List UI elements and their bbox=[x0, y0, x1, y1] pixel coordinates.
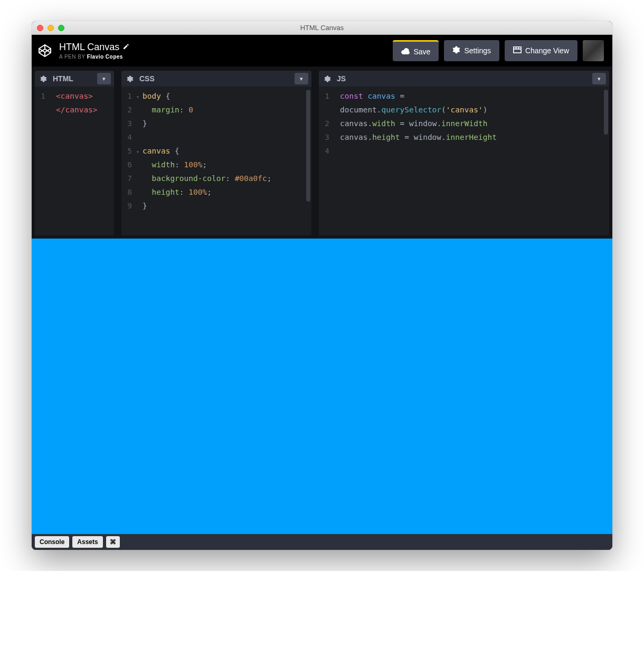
code-line[interactable]: 8 height: 100%; bbox=[121, 186, 311, 199]
line-number: 1 bbox=[319, 90, 334, 103]
window-title: HTML Canvas bbox=[32, 24, 612, 32]
code-text[interactable]: ▾canvas { bbox=[136, 145, 311, 158]
pen-info: HTML Canvas A PEN BY Flavio Copes bbox=[59, 42, 385, 60]
editors-row: HTML ▾ 1 <canvas> </canvas> CSS ▾ 1▾body… bbox=[32, 66, 612, 235]
code-line[interactable]: 2 canvas.width = window.innerWidth bbox=[319, 117, 609, 131]
code-text[interactable]: <canvas> bbox=[50, 90, 114, 103]
assets-button[interactable]: Assets bbox=[72, 536, 102, 548]
line-number: 7 bbox=[121, 172, 136, 186]
line-number: 2 bbox=[319, 117, 334, 131]
code-text[interactable]: width: 100%; bbox=[136, 158, 311, 172]
editor-html[interactable]: 1 <canvas> </canvas> bbox=[35, 87, 114, 235]
code-line[interactable]: </canvas> bbox=[35, 103, 114, 117]
shortcuts-button[interactable]: ⌘ bbox=[106, 536, 120, 548]
code-text[interactable] bbox=[334, 145, 609, 158]
line-number: 8 bbox=[121, 186, 136, 199]
chevron-down-icon[interactable]: ▾ bbox=[592, 73, 606, 84]
save-button[interactable]: Save bbox=[393, 40, 439, 61]
pencil-icon[interactable] bbox=[122, 43, 129, 52]
line-number: 1 bbox=[121, 90, 136, 103]
line-number: 4 bbox=[121, 131, 136, 145]
code-line[interactable]: 1 const canvas = bbox=[319, 90, 609, 103]
header: HTML Canvas A PEN BY Flavio Copes Save bbox=[32, 35, 612, 66]
fold-icon[interactable]: ▾ bbox=[136, 146, 143, 158]
code-line[interactable]: 3 canvas.height = window.innerHeight bbox=[319, 131, 609, 145]
code-text[interactable]: height: 100%; bbox=[136, 186, 311, 199]
panel-title-html: HTML bbox=[53, 74, 73, 83]
gear-icon[interactable] bbox=[38, 73, 49, 84]
code-text[interactable]: </canvas> bbox=[50, 103, 114, 117]
editor-panel-js: JS ▾ 1 const canvas = document.querySele… bbox=[319, 71, 609, 235]
code-line[interactable]: 7 background-color: #00a0fc; bbox=[121, 172, 311, 186]
code-line[interactable]: 4 bbox=[319, 145, 609, 158]
line-number: 1 bbox=[35, 90, 50, 103]
code-text[interactable]: ▾body { bbox=[136, 90, 311, 103]
panel-head-css: CSS ▾ bbox=[121, 71, 311, 87]
code-line[interactable]: 5▾canvas { bbox=[121, 145, 311, 158]
gear-icon[interactable] bbox=[322, 73, 333, 84]
change-view-button[interactable]: Change View bbox=[505, 40, 577, 61]
panel-head-js: JS ▾ bbox=[319, 71, 609, 87]
scrollbar[interactable] bbox=[604, 90, 608, 135]
console-button[interactable]: Console bbox=[35, 536, 69, 548]
code-line[interactable]: 6 width: 100%; bbox=[121, 158, 311, 172]
line-number: 9 bbox=[121, 199, 136, 213]
code-text[interactable]: const canvas = bbox=[334, 90, 609, 103]
code-text[interactable]: } bbox=[136, 199, 311, 213]
codepen-logo-icon[interactable] bbox=[38, 44, 52, 58]
fold-icon[interactable]: ▾ bbox=[136, 91, 143, 103]
panel-head-html: HTML ▾ bbox=[35, 71, 114, 87]
settings-button[interactable]: Settings bbox=[444, 40, 499, 61]
preview-pane[interactable] bbox=[32, 239, 612, 534]
code-line[interactable]: 1▾body { bbox=[121, 90, 311, 103]
titlebar: HTML Canvas bbox=[32, 21, 612, 35]
code-text[interactable]: background-color: #00a0fc; bbox=[136, 172, 311, 186]
editor-js[interactable]: 1 const canvas = document.querySelector(… bbox=[319, 87, 609, 235]
editor-css[interactable]: 1▾body {2 margin: 03 }4 5▾canvas {6 widt… bbox=[121, 87, 311, 235]
code-text[interactable]: document.querySelector('canvas') bbox=[334, 103, 609, 117]
editor-panel-html: HTML ▾ 1 <canvas> </canvas> bbox=[35, 71, 114, 235]
code-text[interactable]: } bbox=[136, 117, 311, 131]
cloud-icon bbox=[401, 47, 410, 56]
code-text[interactable]: canvas.height = window.innerHeight bbox=[334, 131, 609, 145]
layout-icon bbox=[513, 46, 522, 55]
code-line[interactable]: 1 <canvas> bbox=[35, 90, 114, 103]
avatar[interactable] bbox=[583, 40, 604, 61]
line-number: 4 bbox=[319, 145, 334, 158]
panel-title-css: CSS bbox=[139, 74, 155, 83]
line-number: 5 bbox=[121, 145, 136, 158]
app-window: HTML Canvas HTML Canvas A PEN BY Flavio … bbox=[32, 21, 612, 550]
line-number: 3 bbox=[121, 117, 136, 131]
code-line[interactable]: 4 bbox=[121, 131, 311, 145]
code-line[interactable]: 9 } bbox=[121, 199, 311, 213]
code-line[interactable]: 3 } bbox=[121, 117, 311, 131]
code-line[interactable]: document.querySelector('canvas') bbox=[319, 103, 609, 117]
pen-byline: A PEN BY Flavio Copes bbox=[59, 54, 385, 60]
scrollbar[interactable] bbox=[306, 90, 310, 202]
gear-icon[interactable] bbox=[125, 73, 135, 84]
code-text[interactable]: canvas.width = window.innerWidth bbox=[334, 117, 609, 131]
chevron-down-icon[interactable]: ▾ bbox=[97, 73, 111, 84]
panel-title-js: JS bbox=[337, 74, 346, 83]
code-line[interactable]: 2 margin: 0 bbox=[121, 103, 311, 117]
line-number bbox=[319, 103, 334, 117]
header-buttons: Save Settings Change View bbox=[393, 40, 604, 61]
line-number: 3 bbox=[319, 131, 334, 145]
footer: Console Assets ⌘ bbox=[32, 534, 612, 550]
line-number: 2 bbox=[121, 103, 136, 117]
code-text[interactable]: margin: 0 bbox=[136, 103, 311, 117]
line-number bbox=[35, 103, 50, 117]
svg-rect-3 bbox=[514, 47, 521, 53]
pen-title[interactable]: HTML Canvas bbox=[59, 42, 119, 53]
gear-icon bbox=[452, 46, 460, 55]
code-text[interactable] bbox=[136, 131, 311, 145]
chevron-down-icon[interactable]: ▾ bbox=[295, 73, 308, 84]
line-number: 6 bbox=[121, 158, 136, 172]
editor-panel-css: CSS ▾ 1▾body {2 margin: 03 }4 5▾canvas {… bbox=[121, 71, 311, 235]
